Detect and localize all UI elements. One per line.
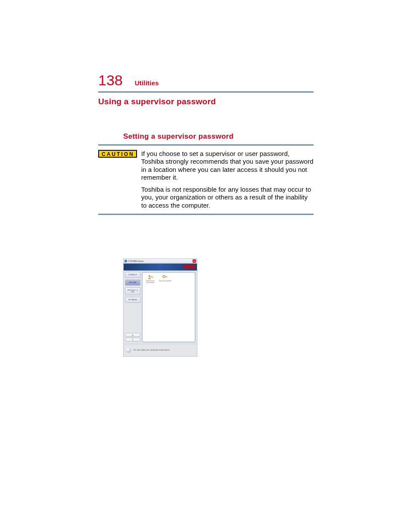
divider <box>98 91 314 93</box>
caution-text: If you choose to set a supervisor or use… <box>141 150 314 209</box>
caution-paragraph: If you choose to set a supervisor or use… <box>141 150 314 181</box>
tab-optimize[interactable]: OPTIMIZE <box>125 297 140 303</box>
divider <box>98 144 314 146</box>
caution-block: CAUTION If you choose to set a superviso… <box>98 150 314 209</box>
item-label: Supervisor password <box>144 280 156 284</box>
app-body: CONNECT SECURE PROTECT & FIX OPTIMIZE ⟳ … <box>124 271 197 344</box>
status-text: You can make your computer more secure <box>133 349 170 351</box>
tab-connect[interactable]: CONNECT <box>125 272 140 278</box>
refresh-button[interactable]: ⟳ <box>125 333 140 337</box>
item-label: User password <box>159 280 171 282</box>
user-key-icon <box>147 274 153 280</box>
subsection-title: Setting a supervisor password <box>123 132 314 141</box>
window-title: TOSHIBA Assist <box>128 260 143 262</box>
divider <box>98 214 314 215</box>
status-bar: i You can make your computer more secure <box>124 344 197 356</box>
sidebar-tabs: CONNECT SECURE PROTECT & FIX OPTIMIZE ⟳ … <box>125 272 140 342</box>
section-title: Using a supervisor password <box>98 97 314 106</box>
key-icon <box>162 274 168 280</box>
tab-secure[interactable]: SECURE <box>125 280 140 286</box>
page-number: 138 <box>98 72 123 89</box>
svg-rect-5 <box>167 276 167 277</box>
toshiba-assist-screenshot: TOSHIBA Assist × CONNECT SECURE PROTECT … <box>123 258 197 357</box>
tab-protect-fix[interactable]: PROTECT & FIX <box>125 287 140 295</box>
caution-paragraph: Toshiba is not responsible for any losse… <box>141 186 314 209</box>
content-panel: Supervisor password User password <box>142 272 196 342</box>
user-password-item[interactable]: User password <box>159 274 171 340</box>
page-header: 138 Utilities <box>98 72 314 89</box>
svg-rect-2 <box>152 277 153 278</box>
info-icon: i <box>126 348 131 353</box>
svg-point-0 <box>149 275 151 277</box>
app-banner <box>124 264 197 271</box>
window-titlebar: TOSHIBA Assist × <box>124 259 197 264</box>
chapter-title: Utilities <box>135 79 159 87</box>
supervisor-password-item[interactable]: Supervisor password <box>144 274 156 340</box>
svg-point-3 <box>163 275 165 277</box>
manual-page: 138 Utilities Using a supervisor passwor… <box>98 72 314 215</box>
caution-badge: CAUTION <box>98 150 137 158</box>
app-icon <box>125 260 127 262</box>
close-icon[interactable]: × <box>193 259 196 263</box>
help-button[interactable]: ? <box>125 338 140 342</box>
